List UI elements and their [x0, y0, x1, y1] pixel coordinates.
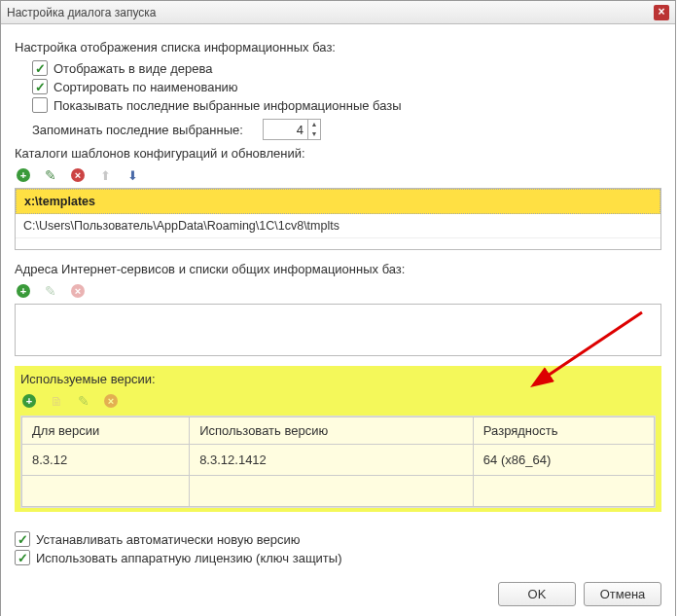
edit-icon: [75, 392, 92, 410]
checkbox-icon[interactable]: [32, 97, 48, 113]
table-row[interactable]: 8.3.12 8.3.12.1412 64 (x86_64): [22, 445, 655, 476]
delete-icon[interactable]: ×: [69, 166, 87, 184]
cell-for[interactable]: 8.3.12: [22, 445, 190, 476]
versions-toolbar: + ×: [20, 392, 656, 410]
cell-arch[interactable]: 64 (x86_64): [473, 445, 654, 476]
edit-icon[interactable]: [42, 166, 59, 184]
delete-icon: ×: [102, 392, 120, 410]
edit-icon: [42, 282, 59, 300]
checkbox-auto-update-row[interactable]: Устанавливать автоматически новую версию: [15, 531, 661, 547]
cell-use[interactable]: 8.3.12.1412: [190, 445, 474, 476]
add-icon[interactable]: +: [15, 282, 32, 300]
checkbox-label: Показывать последние выбранные информаци…: [54, 98, 402, 113]
table-row: [22, 476, 655, 507]
checkbox-label: Устанавливать автоматически новую версию: [36, 532, 301, 547]
remember-label: Запоминать последние выбранные:: [32, 123, 243, 137]
titlebar: Настройка диалога запуска ×: [1, 1, 675, 24]
checkbox-icon[interactable]: [15, 550, 30, 565]
remember-spinner[interactable]: 4 ▲ ▼: [263, 119, 321, 140]
services-toolbar: + ×: [15, 282, 661, 300]
add-icon[interactable]: +: [20, 392, 38, 410]
templates-heading: Каталоги шаблонов конфигураций и обновле…: [15, 146, 661, 161]
checkbox-tree-row[interactable]: Отображать в виде дерева: [32, 60, 661, 76]
dialog-window: Настройка диалога запуска × Настройка от…: [0, 0, 676, 616]
spinner-up-icon[interactable]: ▲: [308, 120, 320, 129]
checkbox-recent-row[interactable]: Показывать последние выбранные информаци…: [32, 97, 661, 113]
versions-table[interactable]: Для версии Использовать версию Разряднос…: [20, 416, 656, 508]
delete-icon: ×: [69, 282, 87, 300]
close-icon[interactable]: ×: [654, 5, 669, 20]
cancel-button[interactable]: Отмена: [584, 582, 661, 606]
col-for: Для версии: [22, 417, 190, 445]
save-icon: [48, 392, 65, 410]
checkbox-label: Отображать в виде дерева: [54, 61, 212, 76]
move-up-icon: [96, 166, 114, 184]
checkbox-icon[interactable]: [32, 60, 48, 76]
ok-button[interactable]: OK: [498, 582, 576, 606]
list-item[interactable]: x:\templates: [16, 189, 660, 214]
checkbox-label: Сортировать по наименованию: [54, 80, 238, 94]
templates-toolbar: + ×: [15, 166, 661, 184]
list-display-heading: Настройка отображения списка информацион…: [15, 40, 661, 54]
col-arch: Разрядность: [473, 417, 654, 445]
checkbox-icon[interactable]: [15, 531, 30, 547]
checkbox-sort-row[interactable]: Сортировать по наименованию: [32, 79, 661, 94]
templates-list[interactable]: x:\templates C:\Users\Пользователь\AppDa…: [15, 188, 661, 250]
button-bar: OK Отмена: [1, 572, 675, 616]
spinner-down-icon[interactable]: ▼: [308, 129, 320, 139]
checkbox-hw-license-row[interactable]: Использовать аппаратную лицензию (ключ з…: [15, 550, 661, 565]
services-list[interactable]: [15, 304, 661, 356]
remember-row: Запоминать последние выбранные: 4 ▲ ▼: [32, 119, 661, 140]
checkbox-icon[interactable]: [32, 79, 48, 94]
services-heading: Адреса Интернет-сервисов и списки общих …: [15, 262, 661, 276]
list-item[interactable]: C:\Users\Пользователь\AppData\Roaming\1C…: [16, 214, 660, 238]
versions-heading: Используемые версии:: [20, 372, 656, 386]
checkbox-label: Использовать аппаратную лицензию (ключ з…: [36, 551, 342, 565]
table-header-row: Для версии Использовать версию Разряднос…: [22, 417, 655, 445]
col-use: Использовать версию: [190, 417, 474, 445]
window-title: Настройка диалога запуска: [7, 6, 156, 19]
move-down-icon[interactable]: [124, 166, 141, 184]
spinner-value[interactable]: 4: [264, 123, 307, 137]
add-icon[interactable]: +: [15, 166, 32, 184]
